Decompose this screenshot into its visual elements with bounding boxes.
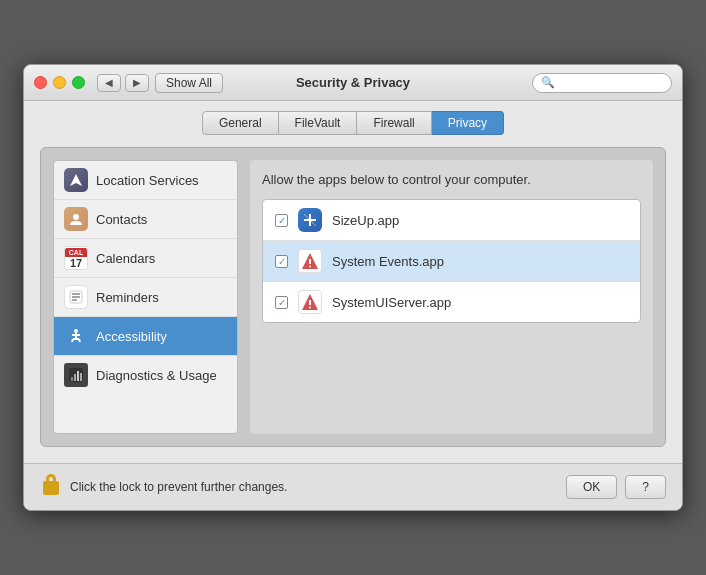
main-panel: Location Services Contacts CAL xyxy=(40,147,666,447)
tab-privacy[interactable]: Privacy xyxy=(432,111,504,135)
maximize-button[interactable] xyxy=(72,76,85,89)
sidebar-item-calendars-label: Calendars xyxy=(96,251,155,266)
app-label-systemuiserver: SystemUIServer.app xyxy=(332,295,451,310)
svg-marker-0 xyxy=(70,174,82,186)
svg-rect-15 xyxy=(74,374,76,381)
tab-general[interactable]: General xyxy=(202,111,279,135)
sidebar-item-diagnostics-label: Diagnostics & Usage xyxy=(96,368,217,383)
reminders-icon xyxy=(64,285,88,309)
back-button[interactable]: ◀ xyxy=(97,74,121,92)
titlebar: ◀ ▶ Show All Security & Privacy 🔍 xyxy=(24,65,682,101)
tab-filevault[interactable]: FileVault xyxy=(279,111,358,135)
sysevent-icon xyxy=(298,249,322,273)
calendars-icon: CAL 17 xyxy=(64,246,88,270)
app-row-systemevents: ✓ System Events.app xyxy=(263,241,640,282)
minimize-button[interactable] xyxy=(53,76,66,89)
sizeup-icon xyxy=(298,208,322,232)
traffic-lights xyxy=(34,76,85,89)
sidebar-item-calendars[interactable]: CAL 17 Calendars xyxy=(54,239,237,278)
help-button[interactable]: ? xyxy=(625,475,666,499)
lock-icon[interactable] xyxy=(40,474,62,500)
contacts-icon xyxy=(64,207,88,231)
sidebar-item-diagnostics[interactable]: Diagnostics & Usage xyxy=(54,356,237,394)
tabs-bar: General FileVault Firewall Privacy xyxy=(24,101,682,135)
main-window: ◀ ▶ Show All Security & Privacy 🔍 Genera… xyxy=(23,64,683,511)
checkbox-systemevents[interactable]: ✓ xyxy=(275,255,288,268)
panel-title: Allow the apps below to control your com… xyxy=(262,172,641,187)
show-all-button[interactable]: Show All xyxy=(155,73,223,93)
bottom-buttons: OK ? xyxy=(566,475,666,499)
content-area: Location Services Contacts CAL xyxy=(24,135,682,463)
bottom-bar: Click the lock to prevent further change… xyxy=(24,463,682,510)
svg-line-12 xyxy=(79,339,80,342)
svg-point-26 xyxy=(309,307,311,309)
svg-point-1 xyxy=(73,214,79,220)
tab-firewall[interactable]: Firewall xyxy=(357,111,431,135)
svg-rect-17 xyxy=(80,373,82,381)
sidebar: Location Services Contacts CAL xyxy=(53,160,238,434)
sidebar-item-location-label: Location Services xyxy=(96,173,199,188)
window-title: Security & Privacy xyxy=(296,75,410,90)
search-box[interactable]: 🔍 xyxy=(532,73,672,93)
apps-list: ✓ SizeUp.app ✓ xyxy=(262,199,641,323)
nav-controls: ◀ ▶ xyxy=(97,74,149,92)
sidebar-item-contacts-label: Contacts xyxy=(96,212,147,227)
forward-button[interactable]: ▶ xyxy=(125,74,149,92)
app-row-sizeup: ✓ SizeUp.app xyxy=(263,200,640,241)
svg-point-6 xyxy=(74,329,78,333)
accessibility-icon xyxy=(64,324,88,348)
right-panel: Allow the apps below to control your com… xyxy=(250,160,653,434)
svg-rect-14 xyxy=(71,377,73,381)
app-row-systemuiserver: ✓ SystemUIServer.app xyxy=(263,282,640,322)
sidebar-item-reminders-label: Reminders xyxy=(96,290,159,305)
svg-point-23 xyxy=(309,266,311,268)
checkbox-systemuiserver[interactable]: ✓ xyxy=(275,296,288,309)
close-button[interactable] xyxy=(34,76,47,89)
checkbox-sizeup[interactable]: ✓ xyxy=(275,214,288,227)
svg-line-11 xyxy=(72,339,73,342)
sidebar-item-reminders[interactable]: Reminders xyxy=(54,278,237,317)
sidebar-item-location[interactable]: Location Services xyxy=(54,161,237,200)
ok-button[interactable]: OK xyxy=(566,475,617,499)
sysuiserver-icon xyxy=(298,290,322,314)
lock-body xyxy=(43,481,59,495)
lock-text: Click the lock to prevent further change… xyxy=(70,480,287,494)
sidebar-item-accessibility[interactable]: Accessibility xyxy=(54,317,237,356)
app-label-systemevents: System Events.app xyxy=(332,254,444,269)
app-label-sizeup: SizeUp.app xyxy=(332,213,399,228)
sidebar-item-accessibility-label: Accessibility xyxy=(96,329,167,344)
location-icon xyxy=(64,168,88,192)
svg-rect-16 xyxy=(77,371,79,381)
search-icon: 🔍 xyxy=(541,76,555,89)
diagnostics-icon xyxy=(64,363,88,387)
sidebar-item-contacts[interactable]: Contacts xyxy=(54,200,237,239)
